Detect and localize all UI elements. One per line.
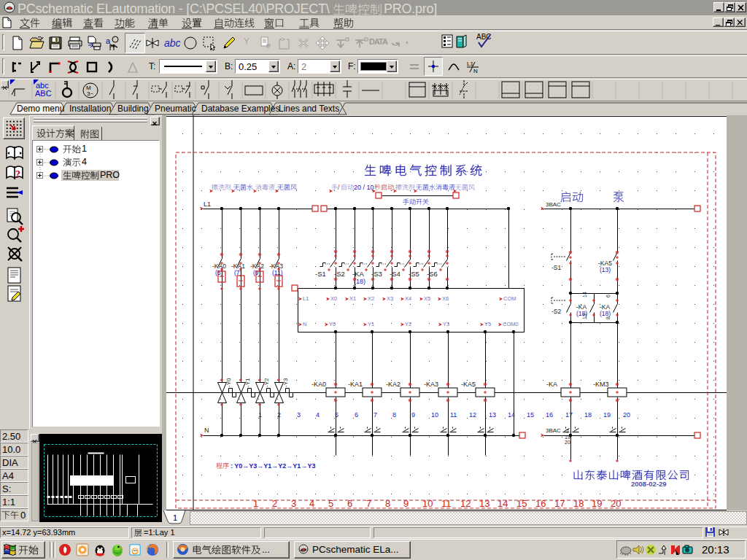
svg-text:?: ?	[15, 169, 20, 180]
svg-text:8: 8	[392, 411, 396, 419]
svg-text:7: 7	[374, 411, 377, 419]
svg-text:N: N	[303, 321, 306, 327]
svg-text:-KA0: -KA0	[311, 381, 326, 388]
svg-text:18: 18	[584, 411, 592, 419]
svg-text:Database Examples: Database Examples	[201, 104, 279, 114]
svg-text:3BAC: 3BAC	[546, 201, 561, 208]
svg-text:Installation: Installation	[69, 104, 111, 114]
svg-text:8: 8	[385, 498, 390, 509]
svg-text:3BAC: 3BAC	[546, 427, 561, 434]
svg-text:16: 16	[535, 498, 546, 509]
svg-text:N: N	[473, 68, 478, 74]
svg-text:Y3: Y3	[443, 321, 449, 327]
svg-text:Y5: Y5	[484, 321, 491, 327]
svg-text:Lines and Texts: Lines and Texts	[279, 104, 339, 114]
svg-text:12: 12	[469, 411, 476, 419]
svg-text:(18): (18)	[354, 278, 365, 285]
svg-text:10: 10	[422, 498, 433, 509]
svg-text:14: 14	[498, 498, 508, 509]
svg-text:11: 11	[450, 411, 457, 419]
svg-text:Y2: Y2	[405, 321, 411, 327]
svg-text:4: 4	[316, 411, 320, 419]
svg-text:Y1: Y1	[368, 321, 374, 327]
svg-text:17: 17	[565, 411, 573, 419]
svg-text:1: 1	[173, 513, 177, 522]
svg-text:10: 10	[431, 411, 438, 419]
svg-text:X5: X5	[424, 295, 430, 302]
svg-text:X4: X4	[405, 295, 411, 302]
svg-text:COM0: COM0	[503, 321, 519, 327]
svg-text:6: 6	[355, 411, 358, 419]
svg-text:15: 15	[516, 498, 527, 509]
svg-text:19: 19	[592, 498, 602, 509]
svg-text:20: 20	[565, 440, 570, 445]
svg-text:(13): (13)	[600, 266, 611, 273]
svg-text:-S4: -S4	[390, 270, 400, 278]
svg-text:X2: X2	[368, 295, 374, 302]
svg-text:-S1: -S1	[315, 270, 326, 278]
svg-text:-KA2: -KA2	[386, 381, 400, 388]
svg-text:L1: L1	[303, 295, 309, 302]
svg-text:13: 13	[582, 314, 587, 319]
svg-text:6: 6	[347, 498, 352, 509]
svg-text:(18): (18)	[600, 310, 611, 317]
svg-text:-S2: -S2	[551, 308, 562, 315]
svg-text:-KA: -KA	[546, 381, 557, 388]
svg-text:13: 13	[479, 498, 489, 509]
svg-text:2008-02-29: 2008-02-29	[631, 480, 667, 488]
svg-text:Building: Building	[117, 104, 149, 114]
svg-text:5: 5	[335, 411, 338, 419]
svg-text:6: 6	[605, 295, 611, 298]
svg-text:-KA1: -KA1	[348, 381, 363, 388]
svg-text:3: 3	[291, 498, 296, 509]
svg-text:2: 2	[272, 498, 277, 509]
svg-text:X3: X3	[387, 295, 393, 302]
svg-text:15: 15	[527, 411, 534, 419]
svg-text:19: 19	[603, 411, 611, 419]
svg-text:L1: L1	[204, 201, 211, 208]
svg-text:ABC: ABC	[35, 89, 52, 98]
svg-text:abc: abc	[164, 37, 180, 49]
svg-text:5: 5	[328, 498, 333, 509]
svg-text:3~: 3~	[87, 90, 93, 97]
svg-text:17: 17	[554, 498, 565, 509]
svg-text:X6: X6	[442, 295, 449, 302]
svg-text:-KA3: -KA3	[424, 381, 438, 388]
svg-text:13: 13	[489, 411, 496, 419]
svg-text:-KM3: -KM3	[593, 381, 609, 388]
svg-text:: Y0→Y3→Y1→Y2→Y1→Y3: : Y0→Y3→Y1→Y2→Y1→Y3	[231, 462, 315, 470]
svg-text:9: 9	[403, 498, 409, 509]
svg-text:Demo menu: Demo menu	[17, 104, 64, 114]
svg-text:7: 7	[366, 498, 371, 509]
svg-text:8: 8	[605, 316, 611, 319]
svg-text:X1: X1	[349, 295, 356, 302]
svg-text:4: 4	[309, 498, 314, 509]
svg-text:3: 3	[297, 411, 301, 419]
svg-text:14: 14	[582, 292, 587, 298]
svg-text:9: 9	[411, 411, 415, 419]
svg-text:X0: X0	[330, 295, 337, 302]
svg-text:-KA: -KA	[352, 270, 365, 278]
svg-text:12: 12	[460, 498, 471, 509]
svg-text:-KA5: -KA5	[461, 381, 476, 388]
svg-text:Pneumatic: Pneumatic	[155, 104, 196, 114]
svg-text:20 / 10: 20 / 10	[354, 184, 374, 191]
svg-text:a: a	[106, 36, 111, 45]
svg-text:20: 20	[623, 411, 630, 419]
svg-text:11: 11	[441, 498, 452, 509]
svg-text:1: 1	[253, 498, 258, 509]
svg-text:18: 18	[573, 498, 584, 509]
svg-text:COM: COM	[503, 295, 516, 302]
svg-text:Y0: Y0	[329, 321, 336, 327]
svg-text:N: N	[204, 427, 209, 434]
svg-text:16: 16	[546, 411, 553, 419]
svg-text:-S1: -S1	[551, 264, 562, 271]
svg-text:-S6: -S6	[427, 270, 438, 278]
svg-text:20: 20	[611, 498, 621, 509]
